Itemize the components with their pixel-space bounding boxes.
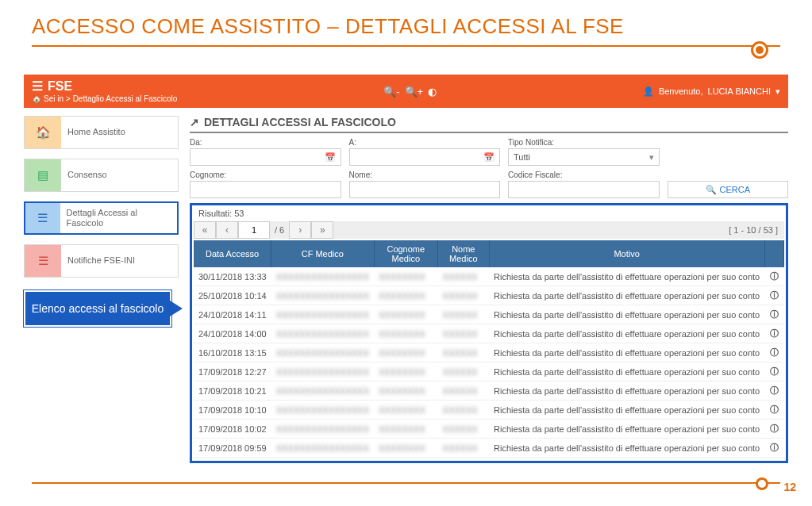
pager-page-input[interactable] xyxy=(238,221,270,239)
results-box: Risultati: 53 « ‹ / 6 › » [ 1 - 10 / 53 … xyxy=(190,203,788,463)
info-button[interactable]: ⓘ xyxy=(764,305,783,324)
table-row: 17/09/2018 12:27XXXXXXXXXXXXXXXXXXXXXXXX… xyxy=(194,362,784,381)
home-icon[interactable]: 🏠 xyxy=(32,94,41,104)
cell-nome: XXXXXX xyxy=(438,381,490,401)
brand-text: FSE xyxy=(48,79,72,94)
info-button[interactable]: ⓘ xyxy=(764,286,783,305)
sidebar-item-home[interactable]: 🏠 Home Assistito xyxy=(24,116,179,149)
welcome-user: LUCIA BIANCHI xyxy=(708,86,771,96)
cell-motivo: Richiesta da parte dell'assistito di eff… xyxy=(489,305,764,324)
contrast-icon[interactable]: ◐ xyxy=(428,86,437,98)
info-button[interactable]: ⓘ xyxy=(764,324,783,343)
info-button[interactable]: ⓘ xyxy=(764,362,783,381)
info-button[interactable]: ⓘ xyxy=(764,267,783,286)
cell-cf: XXXXXXXXXXXXXXXX xyxy=(271,362,374,381)
cell-nome: XXXXXX xyxy=(438,362,490,381)
pager-next[interactable]: › xyxy=(289,221,311,239)
pager-last[interactable]: » xyxy=(311,221,333,239)
breadcrumb-current: Dettaglio Accessi al Fascicolo xyxy=(73,94,178,104)
label-a: A: xyxy=(349,138,501,147)
sidebar-item-notifiche[interactable]: ☰ Notifiche FSE-INI xyxy=(24,244,179,278)
cell-data: 17/09/2018 10:21 xyxy=(194,381,271,401)
cell-cf: XXXXXXXXXXXXXXXX xyxy=(271,420,374,439)
callout-elenco-accessi: Elenco accessi al fascicolo xyxy=(24,290,171,327)
cell-cf: XXXXXXXXXXXXXXXX xyxy=(271,343,374,362)
cell-cf: XXXXXXXXXXXXXXXX xyxy=(271,324,374,343)
info-button[interactable]: ⓘ xyxy=(764,381,783,401)
col-data-accesso[interactable]: Data Accesso xyxy=(194,240,271,267)
col-cf-medico[interactable]: CF Medico xyxy=(271,240,374,267)
cell-nome: XXXXXX xyxy=(438,401,490,420)
input-a[interactable]: 📅 xyxy=(349,148,501,166)
input-cognome[interactable] xyxy=(190,181,341,198)
info-button[interactable]: ⓘ xyxy=(764,420,783,439)
cell-cognome: XXXXXXXX xyxy=(374,343,438,362)
zoom-out-icon[interactable]: 🔍- xyxy=(383,86,399,98)
user-menu[interactable]: 👤 Benvenuto, LUCIA BIANCHI ▾ xyxy=(643,86,780,97)
app-screenshot: ☰ FSE 🏠 Sei in > Dettaglio Accessi al Fa… xyxy=(24,75,788,463)
input-nome[interactable] xyxy=(349,181,501,198)
cell-cf: XXXXXXXXXXXXXXXX xyxy=(271,267,374,286)
cell-nome: XXXXXX xyxy=(438,305,490,324)
slide-title: ACCESSO COME ASSISTITO – DETTAGLI ACCESS… xyxy=(0,0,812,45)
cell-nome: XXXXXX xyxy=(438,343,490,362)
cell-nome: XXXXXX xyxy=(438,420,490,439)
brand: ☰ FSE xyxy=(32,79,177,94)
title-bullet-icon xyxy=(751,41,768,59)
cell-nome: XXXXXX xyxy=(438,324,490,343)
hamburger-icon[interactable]: ☰ xyxy=(32,79,43,94)
cell-cf: XXXXXXXXXXXXXXXX xyxy=(271,439,374,458)
info-button[interactable]: ⓘ xyxy=(764,439,783,458)
info-button[interactable]: ⓘ xyxy=(764,343,783,362)
cell-cf: XXXXXXXXXXXXXXXX xyxy=(271,401,374,420)
cell-data: 24/10/2018 14:11 xyxy=(194,305,271,324)
top-bar: ☰ FSE 🏠 Sei in > Dettaglio Accessi al Fa… xyxy=(24,75,788,108)
cell-cf: XXXXXXXXXXXXXXXX xyxy=(271,305,374,324)
footer-bullet-icon xyxy=(756,477,768,490)
label-cognome: Cognome: xyxy=(190,171,341,179)
select-tipo-notifica[interactable]: Tutti xyxy=(508,148,660,166)
input-da[interactable]: 📅 xyxy=(190,148,341,166)
footer-rule xyxy=(32,482,780,484)
cell-cognome: XXXXXXXX xyxy=(374,420,438,439)
sidebar-item-label: Consenso xyxy=(61,170,114,180)
table-row: 24/10/2018 14:11XXXXXXXXXXXXXXXXXXXXXXXX… xyxy=(194,305,784,324)
table-row: 16/10/2018 13:15XXXXXXXXXXXXXXXXXXXXXXXX… xyxy=(194,343,784,362)
col-motivo[interactable]: Motivo xyxy=(489,240,764,267)
cell-data: 17/09/2018 10:02 xyxy=(194,420,271,439)
col-nome-medico[interactable]: Nome Medico xyxy=(438,240,490,267)
pager-range: [ 1 - 10 / 53 ] xyxy=(729,225,784,235)
pager-first[interactable]: « xyxy=(194,221,216,239)
table-row: 17/09/2018 09:59XXXXXXXXXXXXXXXXXXXXXXXX… xyxy=(194,439,784,458)
label-tipo-notifica: Tipo Notifica: xyxy=(508,138,660,147)
col-info xyxy=(764,240,783,267)
col-cognome-medico[interactable]: Cognome Medico xyxy=(374,240,438,267)
table-row: 17/09/2018 10:02XXXXXXXXXXXXXXXXXXXXXXXX… xyxy=(194,420,784,439)
sidebar-item-consenso[interactable]: ▤ Consenso xyxy=(24,159,179,192)
page-number: 12 xyxy=(783,481,796,493)
search-button[interactable]: 🔍 CERCA xyxy=(668,181,788,198)
panel-title: ↗ DETTAGLI ACCESSI AL FASCICOLO xyxy=(190,116,788,133)
cell-data: 30/11/2018 13:33 xyxy=(194,267,271,286)
cell-nome: XXXXXX xyxy=(438,267,490,286)
panel-title-text: DETTAGLI ACCESSI AL FASCICOLO xyxy=(204,116,396,128)
pager-prev[interactable]: ‹ xyxy=(216,221,238,239)
callout-text: Elenco accessi al fascicolo xyxy=(32,302,164,315)
cell-cognome: XXXXXXXX xyxy=(374,286,438,305)
input-cf[interactable] xyxy=(508,181,660,198)
cell-cognome: XXXXXXXX xyxy=(374,381,438,401)
table-row: 17/09/2018 10:21XXXXXXXXXXXXXXXXXXXXXXXX… xyxy=(194,381,784,401)
cell-cognome: XXXXXXXX xyxy=(374,267,438,286)
results-count: Risultati: 53 xyxy=(198,209,244,218)
sidebar-item-dettagli[interactable]: ☰ Dettagli Accessi al Fascicolo xyxy=(24,201,179,235)
info-button[interactable]: ⓘ xyxy=(764,401,783,420)
select-value: Tutti xyxy=(514,152,530,162)
table-row: 24/10/2018 14:00XXXXXXXXXXXXXXXXXXXXXXXX… xyxy=(194,324,784,343)
zoom-in-icon[interactable]: 🔍+ xyxy=(405,86,424,98)
cell-motivo: Richiesta da parte dell'assistito di eff… xyxy=(489,362,764,381)
cell-nome: XXXXXX xyxy=(438,286,490,305)
cell-motivo: Richiesta da parte dell'assistito di eff… xyxy=(489,439,764,458)
chevron-down-icon: ▾ xyxy=(775,86,780,97)
sidebar-item-label: Notifiche FSE-INI xyxy=(61,255,141,266)
cell-cognome: XXXXXXXX xyxy=(374,439,438,458)
